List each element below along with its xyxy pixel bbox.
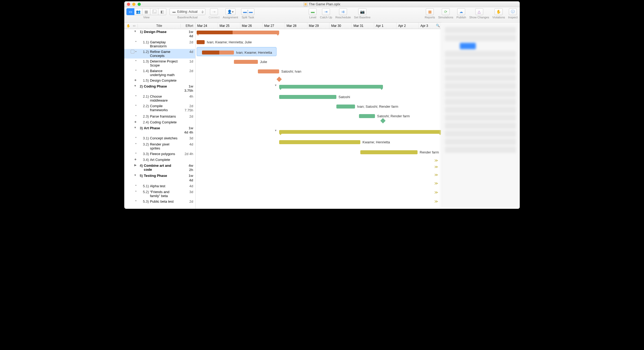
outline-row[interactable]: ▼5)Testing Phase1w 4d xyxy=(124,173,195,183)
gantt-bar[interactable]: Julie xyxy=(234,60,258,64)
inspector-pane[interactable] xyxy=(441,23,520,209)
outline-row[interactable]: ●5.1)Alpha test4d xyxy=(124,183,195,189)
gantt-bar[interactable]: Satoshi xyxy=(279,95,336,99)
row-number: 3.3) xyxy=(143,152,149,156)
outline-row[interactable]: ●1.4)Balance underlying math2d xyxy=(124,68,195,78)
gantt-bar[interactable] xyxy=(197,31,279,34)
outline-row[interactable]: ●2.3)Parse framistans2d xyxy=(124,114,195,119)
outline-row[interactable]: ◆1.5)Design Complete xyxy=(124,78,195,84)
bullet-icon: ● xyxy=(135,142,137,145)
zoom-icon[interactable] xyxy=(138,3,141,6)
gantt-pane[interactable]: Mar 24 Mar 25 Mar 26 Mar 27 Mar 28 Mar 2… xyxy=(196,23,441,209)
gantt-bar[interactable]: Ivan; Satoshi; Render farm xyxy=(336,105,355,109)
outline-row[interactable]: ◆2.4)Coding Complete xyxy=(124,119,195,125)
disclosure-icon[interactable]: ▼ xyxy=(134,126,137,129)
outline-row[interactable]: ●2.2)Compile frameworks2d 7.75h xyxy=(124,103,195,114)
connect-button[interactable]: ⇢ xyxy=(210,8,218,15)
reschedule-label: Reschedule xyxy=(335,16,351,19)
row-title: Testing Phase xyxy=(144,174,167,178)
outline-row[interactable]: ●3.2)Render pixel sprites4d xyxy=(124,141,195,151)
outline-row[interactable]: ▼3)Art Phase1w 4d 4h xyxy=(124,125,195,136)
date-col[interactable]: Mar 31 xyxy=(352,23,374,29)
violations-button[interactable]: ✋ xyxy=(494,8,503,15)
date-col[interactable]: Mar 24 xyxy=(196,23,218,29)
outline-row[interactable]: ●3.1)Concept sketches3d xyxy=(124,135,195,141)
outline-row[interactable]: ●2.1)Choose middleware4h xyxy=(124,94,195,103)
level-button[interactable]: ▬ xyxy=(309,8,317,15)
gantt-bar[interactable]: Satoshi; Render farm xyxy=(359,114,375,118)
date-col[interactable]: Mar 30 xyxy=(329,23,352,29)
reports-button[interactable]: ▦ xyxy=(426,8,434,15)
milestone-diamond[interactable] xyxy=(276,77,282,82)
row-number: 3.2) xyxy=(143,142,149,150)
view-resources-button[interactable]: 👥 xyxy=(134,8,142,15)
offscreen-icon[interactable]: ≫ xyxy=(434,181,438,185)
outline-row[interactable]: ▶4)Combine art and code4w 2h xyxy=(124,163,195,173)
baseline-value: Editing: Actual xyxy=(177,10,197,14)
catchup-button[interactable]: ⇥ xyxy=(322,8,330,15)
outline-row[interactable]: ●3.3)Fleece polygons2d 4h xyxy=(124,151,195,157)
outline-row[interactable]: ▼1)Design Phase1w 4d xyxy=(124,29,195,39)
offscreen-icon[interactable]: ≫ xyxy=(434,165,438,169)
outline-row[interactable]: ●1.1)Gameplay Brainstorm2d xyxy=(124,39,195,49)
date-col[interactable]: Mar 29 xyxy=(307,23,330,29)
date-col[interactable]: Mar 27 xyxy=(263,23,285,29)
setbaseline-button[interactable]: 📷 xyxy=(358,8,366,15)
gantt-bar[interactable]: Ivan; Kwame; Henrietta xyxy=(202,51,234,55)
view-calendar-button[interactable]: ▦ xyxy=(142,8,150,15)
date-col[interactable]: Mar 28 xyxy=(285,23,307,29)
row-title: Combine art and code xyxy=(144,164,173,172)
publish-button[interactable]: ☁︎ xyxy=(457,8,465,15)
gantt-bar[interactable]: Satoshi; Ivan xyxy=(258,69,279,73)
outline-pane[interactable]: ✋ ▭ Title Effort ▼1)Design Phase1w 4d●1.… xyxy=(124,23,196,209)
gantt-bar[interactable] xyxy=(279,130,441,134)
view-network-button[interactable]: ⿺ xyxy=(150,8,158,15)
disclosure-icon[interactable]: ▼ xyxy=(134,174,137,177)
magnifier-icon[interactable]: 🔍 xyxy=(436,24,440,27)
showchanges-button[interactable]: △ xyxy=(475,8,483,15)
gantt-bar[interactable]: Kwame; Henrietta xyxy=(279,140,360,144)
outline-row[interactable]: ▼2)Coding Phase1w 3.75h xyxy=(124,84,195,94)
view-gantt-button[interactable]: ▭ xyxy=(126,8,134,15)
outline-row[interactable]: ◆3.4)Art Complete xyxy=(124,157,195,163)
date-col[interactable]: Apr 1 xyxy=(374,23,397,29)
split-button[interactable]: ▬╎▬ xyxy=(241,8,254,15)
offscreen-icon[interactable]: ≫ xyxy=(434,190,438,194)
date-col[interactable]: Mar 25 xyxy=(218,23,240,29)
disclosure-icon[interactable]: ▼ xyxy=(134,30,137,33)
row-effort: 1w 4d xyxy=(181,174,195,182)
milestone-diamond[interactable] xyxy=(380,118,386,123)
outline-row[interactable]: ●1.3)Determine Project Scope1d xyxy=(124,59,195,68)
note-column-icon[interactable]: ▭ xyxy=(133,24,135,28)
minimize-icon[interactable] xyxy=(132,3,135,6)
level-label: Level xyxy=(309,16,316,19)
reports-label: Reports xyxy=(425,16,435,19)
date-col[interactable]: Apr 3🔍 xyxy=(419,23,441,29)
outline-row[interactable]: ●1.2)Refine Game Concepts4d xyxy=(124,49,195,59)
note-icon[interactable] xyxy=(131,50,134,53)
view-styles-button[interactable]: ◧ xyxy=(158,8,166,15)
gantt-bar[interactable] xyxy=(279,85,383,89)
disclosure-icon[interactable]: ▼ xyxy=(134,84,137,87)
title-column-header[interactable]: Title xyxy=(138,24,181,28)
offscreen-icon[interactable]: ≫ xyxy=(434,173,438,177)
bullet-icon: ● xyxy=(135,136,137,139)
reschedule-button[interactable]: ⇉ xyxy=(339,8,347,15)
bar-label: Satoshi; Ivan xyxy=(281,69,301,73)
disclosure-icon[interactable]: ▶ xyxy=(134,164,137,166)
simulations-button[interactable]: ⟳ xyxy=(442,8,450,15)
outline-row[interactable]: ●5.2)“Friends and family” beta3d xyxy=(124,189,195,199)
effort-column-header[interactable]: Effort xyxy=(181,24,195,28)
date-col[interactable]: Apr 2 xyxy=(397,23,419,29)
inspect-button[interactable]: ⓘ xyxy=(509,8,517,15)
gantt-bar[interactable]: Render farm xyxy=(360,150,418,154)
offscreen-icon[interactable]: ≫ xyxy=(434,199,438,203)
hand-icon[interactable]: ✋ xyxy=(126,24,130,28)
baseline-dropdown[interactable]: ▬ Editing: Actual xyxy=(170,8,205,15)
close-icon[interactable] xyxy=(127,3,130,6)
outline-row[interactable]: ●5.3)Public beta test2d xyxy=(124,199,195,205)
gantt-bar[interactable]: Ivan; Kwame; Henrietta; Julie xyxy=(197,40,205,44)
assignment-button[interactable]: 👤▾ xyxy=(225,8,236,15)
offscreen-icon[interactable]: ≫ xyxy=(434,158,438,162)
date-col[interactable]: Mar 26 xyxy=(240,23,263,29)
